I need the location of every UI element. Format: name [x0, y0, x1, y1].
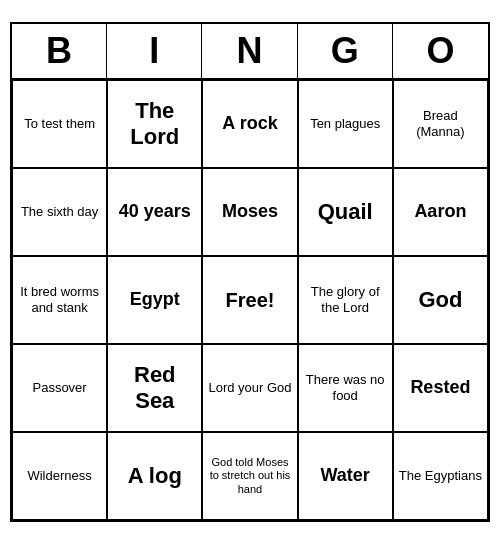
bingo-cell-20: Wilderness — [12, 432, 107, 520]
bingo-cell-10: It bred worms and stank — [12, 256, 107, 344]
bingo-cell-16: Red Sea — [107, 344, 202, 432]
header-letter-b: B — [12, 24, 107, 78]
bingo-cell-5: The sixth day — [12, 168, 107, 256]
bingo-grid: To test themThe LordA rockTen plaguesBre… — [12, 80, 488, 520]
bingo-cell-12: Free! — [202, 256, 297, 344]
bingo-cell-9: Aaron — [393, 168, 488, 256]
bingo-cell-2: A rock — [202, 80, 297, 168]
bingo-cell-1: The Lord — [107, 80, 202, 168]
bingo-cell-19: Rested — [393, 344, 488, 432]
bingo-cell-21: A log — [107, 432, 202, 520]
bingo-cell-24: The Egyptians — [393, 432, 488, 520]
bingo-cell-4: Bread (Manna) — [393, 80, 488, 168]
header-letter-g: G — [298, 24, 393, 78]
header-letter-o: O — [393, 24, 488, 78]
bingo-cell-14: God — [393, 256, 488, 344]
bingo-header: BINGO — [12, 24, 488, 80]
bingo-cell-17: Lord your God — [202, 344, 297, 432]
bingo-cell-15: Passover — [12, 344, 107, 432]
bingo-cell-0: To test them — [12, 80, 107, 168]
header-letter-n: N — [202, 24, 297, 78]
bingo-cell-6: 40 years — [107, 168, 202, 256]
bingo-cell-11: Egypt — [107, 256, 202, 344]
bingo-cell-23: Water — [298, 432, 393, 520]
bingo-cell-8: Quail — [298, 168, 393, 256]
bingo-cell-13: The glory of the Lord — [298, 256, 393, 344]
bingo-cell-18: There was no food — [298, 344, 393, 432]
bingo-cell-22: God told Moses to stretch out his hand — [202, 432, 297, 520]
header-letter-i: I — [107, 24, 202, 78]
bingo-cell-7: Moses — [202, 168, 297, 256]
bingo-card: BINGO To test themThe LordA rockTen plag… — [10, 22, 490, 522]
bingo-cell-3: Ten plagues — [298, 80, 393, 168]
